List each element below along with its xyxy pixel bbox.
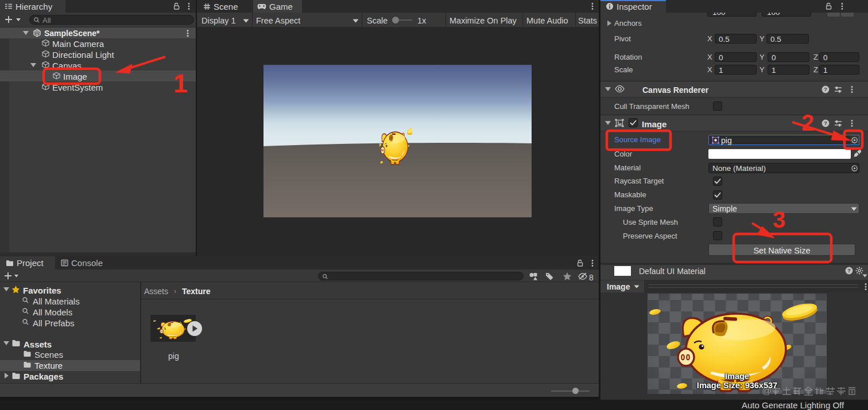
svg-text:1: 1 [173,69,187,97]
svg-text:3: 3 [773,207,785,232]
svg-text:2: 2 [801,110,814,135]
